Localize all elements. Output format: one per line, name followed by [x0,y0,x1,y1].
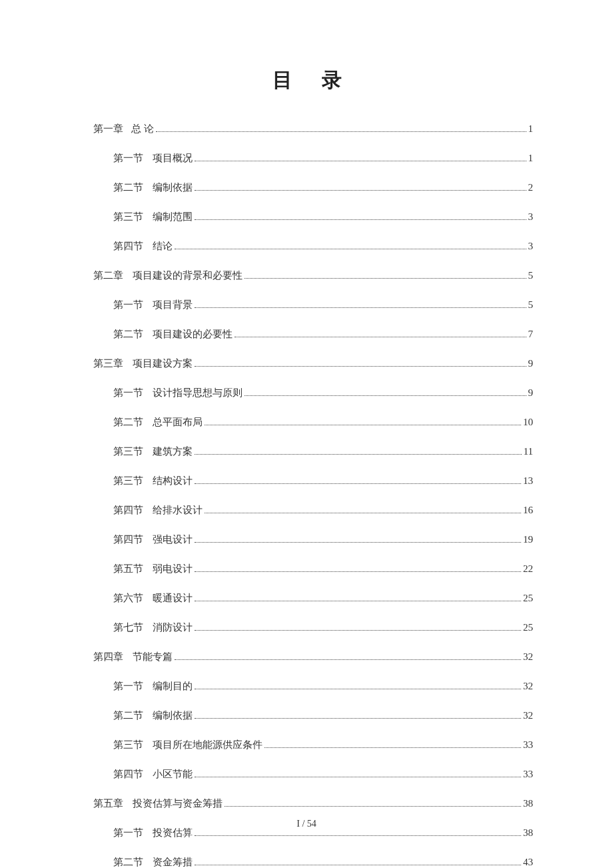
toc-entry: 第三章项目建设方案9 [93,357,533,371]
toc-entry: 第四章节能专篇32 [93,650,533,664]
toc-entry: 第二节编制依据2 [113,181,533,195]
toc-item-title: 项目建设的背景和必要性 [133,269,243,283]
toc-section-label: 第一节 [113,151,143,165]
toc-entry: 第七节消防设计25 [113,621,533,635]
toc-section-label: 第二节 [113,709,143,723]
toc-item-title: 项目建设的必要性 [153,327,233,341]
toc-section-label: 第五章 [93,797,123,811]
toc-section-label: 第三节 [113,738,143,752]
toc-page-number: 32 [523,679,533,693]
toc-item-title: 弱电设计 [153,562,193,576]
toc-leader-dots [195,571,521,572]
toc-leader-dots [245,278,526,279]
toc-entry: 第二节总平面布局10 [113,415,533,429]
toc-page-number: 43 [523,855,533,868]
toc-entry: 第四节小区节能33 [113,767,533,781]
toc-section-label: 第三章 [93,357,123,371]
toc-entry: 第五节弱电设计22 [113,562,533,576]
toc-page-number: 25 [523,591,533,605]
toc-item-title: 结构设计 [153,474,193,488]
toc-leader-dots [195,219,526,220]
toc-leader-dots [235,337,526,337]
toc-page-number: 13 [523,474,533,488]
toc-item-title: 项目建设方案 [133,357,193,371]
toc-page-number: 9 [528,357,534,371]
toc-entry: 第一节项目背景5 [113,298,533,312]
toc-leader-dots [175,249,526,249]
toc-leader-dots [195,777,521,777]
toc-leader-dots [205,513,521,513]
toc-section-label: 第七节 [113,621,143,635]
toc-item-title: 编制依据 [153,709,193,723]
toc-leader-dots [156,131,526,132]
toc-entry: 第一节编制目的32 [113,679,533,693]
page-footer: I / 54 [0,819,613,829]
toc-entry: 第四节强电设计19 [113,533,533,547]
toc-item-title: 小区节能 [153,767,193,781]
toc-section-label: 第二节 [113,327,143,341]
toc-page-number: 38 [523,797,533,811]
toc-item-title: 编制依据 [153,181,193,195]
toc-section-label: 第三节 [113,210,143,224]
toc-container: 第一章总 论1第一节项目概况1第二节编制依据2第三节编制范围3第四节结论3第二章… [93,122,533,868]
toc-leader-dots [195,542,521,543]
toc-page-number: 1 [528,122,534,136]
toc-entry: 第二节资金筹措43 [113,855,533,868]
toc-item-title: 总 论 [131,122,154,136]
toc-item-title: 强电设计 [153,533,193,547]
toc-entry: 第一节设计指导思想与原则9 [113,386,533,400]
toc-page-number: 33 [523,738,533,752]
toc-entry: 第三节项目所在地能源供应条件33 [113,738,533,752]
toc-item-title: 设计指导思想与原则 [153,386,243,400]
toc-section-label: 第二章 [93,269,123,283]
toc-entry: 第一节项目概况1 [113,151,533,165]
toc-entry: 第二章项目建设的背景和必要性5 [93,269,533,283]
toc-leader-dots [195,689,521,689]
toc-section-label: 第二节 [113,855,143,868]
toc-section-label: 第二节 [113,181,143,195]
toc-title: 目 录 [93,67,533,94]
toc-page-number: 22 [523,562,533,576]
toc-entry: 第一章总 论1 [93,122,533,136]
toc-page-number: 1 [528,151,534,165]
toc-section-label: 第一章 [93,122,123,136]
toc-section-label: 第三节 [113,474,143,488]
toc-section-label: 第一节 [113,679,143,693]
toc-entry: 第二节编制依据32 [113,709,533,723]
toc-section-label: 第二节 [113,415,143,429]
toc-section-label: 第五节 [113,562,143,576]
toc-leader-dots [195,718,521,719]
toc-section-label: 第四节 [113,533,143,547]
toc-page-number: 3 [528,210,534,224]
toc-page-number: 25 [523,621,533,635]
toc-entry: 第六节暖通设计25 [113,591,533,605]
toc-entry: 第二节项目建设的必要性7 [113,327,533,341]
toc-leader-dots [195,366,526,367]
toc-section-label: 第四节 [113,767,143,781]
toc-item-title: 给排水设计 [153,503,203,517]
toc-item-title: 节能专篇 [133,650,173,664]
toc-item-title: 暖通设计 [153,591,193,605]
toc-leader-dots [225,806,521,807]
toc-item-title: 总平面布局 [153,415,203,429]
toc-item-title: 项目概况 [153,151,193,165]
toc-item-title: 项目所在地能源供应条件 [153,738,263,752]
toc-leader-dots [195,601,521,601]
toc-page-number: 7 [528,327,534,341]
toc-page-number: 5 [528,269,534,283]
toc-item-title: 建筑方案 [153,445,193,459]
toc-leader-dots [195,161,526,161]
toc-item-title: 编制目的 [153,679,193,693]
toc-section-label: 第一节 [113,298,143,312]
toc-page-number: 16 [523,503,533,517]
toc-section-label: 第三节 [113,445,143,459]
toc-page-number: 32 [523,709,533,723]
toc-section-label: 第四章 [93,650,123,664]
toc-page-number: 2 [528,181,534,195]
toc-page-number: 3 [528,239,534,253]
toc-page-number: 9 [528,386,534,400]
toc-page-number: 33 [523,767,533,781]
toc-entry: 第四节结论3 [113,239,533,253]
toc-leader-dots [195,630,521,631]
toc-section-label: 第六节 [113,591,143,605]
